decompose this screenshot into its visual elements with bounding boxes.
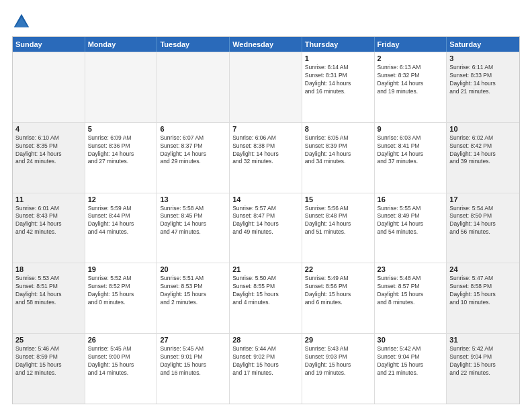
calendar-cell-day-25: 25Sunrise: 5:46 AM Sunset: 8:59 PM Dayli…	[13, 334, 85, 404]
day-info: Sunrise: 6:06 AM Sunset: 8:38 PM Dayligh…	[232, 134, 299, 167]
calendar-cell-day-13: 13Sunrise: 5:58 AM Sunset: 8:45 PM Dayli…	[157, 193, 230, 263]
day-info: Sunrise: 5:43 AM Sunset: 9:03 PM Dayligh…	[305, 345, 371, 377]
day-number: 25	[15, 336, 82, 344]
day-number: 27	[160, 336, 226, 344]
day-number: 7	[232, 125, 299, 133]
day-number: 30	[378, 336, 444, 344]
page: SundayMondayTuesdayWednesdayThursdayFrid…	[0, 0, 532, 411]
calendar-cell-day-18: 18Sunrise: 5:53 AM Sunset: 8:51 PM Dayli…	[13, 263, 85, 333]
calendar-cell-day-22: 22Sunrise: 5:49 AM Sunset: 8:56 PM Dayli…	[302, 263, 375, 333]
day-info: Sunrise: 5:48 AM Sunset: 8:57 PM Dayligh…	[378, 275, 444, 307]
day-number: 26	[88, 336, 154, 344]
day-number: 2	[378, 54, 444, 62]
calendar-header: SundayMondayTuesdayWednesdayThursdayFrid…	[13, 37, 519, 52]
calendar-cell-day-28: 28Sunrise: 5:44 AM Sunset: 9:02 PM Dayli…	[230, 334, 302, 404]
header-day-sunday: Sunday	[13, 37, 85, 52]
calendar-cell-day-19: 19Sunrise: 5:52 AM Sunset: 8:52 PM Dayli…	[85, 263, 158, 333]
calendar-cell-empty	[230, 52, 302, 122]
calendar-cell-day-16: 16Sunrise: 5:55 AM Sunset: 8:49 PM Dayli…	[375, 193, 447, 263]
calendar-cell-day-17: 17Sunrise: 5:54 AM Sunset: 8:50 PM Dayli…	[447, 193, 519, 263]
calendar-cell-day-8: 8Sunrise: 6:05 AM Sunset: 8:39 PM Daylig…	[302, 123, 375, 193]
calendar-cell-day-1: 1Sunrise: 6:14 AM Sunset: 8:31 PM Daylig…	[302, 52, 375, 122]
day-number: 8	[305, 125, 371, 133]
day-number: 11	[15, 195, 82, 203]
calendar-cell-day-27: 27Sunrise: 5:45 AM Sunset: 9:01 PM Dayli…	[157, 334, 230, 404]
header-day-friday: Friday	[375, 37, 447, 52]
logo-icon	[12, 12, 31, 31]
day-number: 29	[305, 336, 371, 344]
calendar-cell-day-26: 26Sunrise: 5:45 AM Sunset: 9:00 PM Dayli…	[85, 334, 158, 404]
header	[12, 12, 520, 31]
day-info: Sunrise: 6:11 AM Sunset: 8:33 PM Dayligh…	[449, 64, 517, 96]
calendar-cell-day-10: 10Sunrise: 6:02 AM Sunset: 8:42 PM Dayli…	[447, 123, 519, 193]
day-number: 19	[88, 265, 154, 273]
calendar-cell-day-5: 5Sunrise: 6:09 AM Sunset: 8:36 PM Daylig…	[85, 123, 158, 193]
calendar-cell-day-23: 23Sunrise: 5:48 AM Sunset: 8:57 PM Dayli…	[375, 263, 447, 333]
day-number: 31	[449, 336, 517, 344]
day-info: Sunrise: 6:09 AM Sunset: 8:36 PM Dayligh…	[88, 134, 154, 167]
day-info: Sunrise: 5:52 AM Sunset: 8:52 PM Dayligh…	[88, 275, 154, 307]
day-number: 4	[15, 125, 82, 133]
day-number: 3	[449, 54, 517, 62]
calendar-cell-day-9: 9Sunrise: 6:03 AM Sunset: 8:41 PM Daylig…	[375, 123, 447, 193]
calendar-cell-empty	[85, 52, 158, 122]
calendar-cell-day-12: 12Sunrise: 5:59 AM Sunset: 8:44 PM Dayli…	[85, 193, 158, 263]
day-info: Sunrise: 5:57 AM Sunset: 8:47 PM Dayligh…	[232, 205, 299, 237]
day-info: Sunrise: 6:14 AM Sunset: 8:31 PM Dayligh…	[305, 64, 371, 96]
day-info: Sunrise: 5:49 AM Sunset: 8:56 PM Dayligh…	[305, 275, 371, 307]
header-day-wednesday: Wednesday	[230, 37, 302, 52]
day-info: Sunrise: 5:47 AM Sunset: 8:58 PM Dayligh…	[449, 275, 517, 307]
day-info: Sunrise: 5:46 AM Sunset: 8:59 PM Dayligh…	[15, 345, 82, 377]
day-number: 20	[160, 265, 226, 273]
day-info: Sunrise: 5:54 AM Sunset: 8:50 PM Dayligh…	[449, 205, 517, 237]
day-info: Sunrise: 6:10 AM Sunset: 8:35 PM Dayligh…	[15, 134, 82, 167]
day-info: Sunrise: 6:07 AM Sunset: 8:37 PM Dayligh…	[160, 134, 226, 167]
calendar-cell-day-31: 31Sunrise: 5:42 AM Sunset: 9:04 PM Dayli…	[447, 334, 519, 404]
calendar-cell-day-14: 14Sunrise: 5:57 AM Sunset: 8:47 PM Dayli…	[230, 193, 302, 263]
calendar-row-0: 1Sunrise: 6:14 AM Sunset: 8:31 PM Daylig…	[13, 52, 519, 122]
calendar-cell-day-21: 21Sunrise: 5:50 AM Sunset: 8:55 PM Dayli…	[230, 263, 302, 333]
day-info: Sunrise: 5:45 AM Sunset: 9:00 PM Dayligh…	[88, 345, 154, 377]
logo	[12, 12, 34, 31]
day-number: 9	[378, 125, 444, 133]
calendar: SundayMondayTuesdayWednesdayThursdayFrid…	[12, 36, 520, 404]
day-info: Sunrise: 5:44 AM Sunset: 9:02 PM Dayligh…	[232, 345, 299, 377]
day-info: Sunrise: 6:05 AM Sunset: 8:39 PM Dayligh…	[305, 134, 371, 167]
calendar-cell-day-20: 20Sunrise: 5:51 AM Sunset: 8:53 PM Dayli…	[157, 263, 230, 333]
header-day-thursday: Thursday	[302, 37, 375, 52]
calendar-row-3: 18Sunrise: 5:53 AM Sunset: 8:51 PM Dayli…	[13, 263, 519, 333]
day-info: Sunrise: 5:50 AM Sunset: 8:55 PM Dayligh…	[232, 275, 299, 307]
day-info: Sunrise: 5:56 AM Sunset: 8:48 PM Dayligh…	[305, 205, 371, 237]
day-info: Sunrise: 6:01 AM Sunset: 8:43 PM Dayligh…	[15, 205, 82, 237]
day-info: Sunrise: 5:53 AM Sunset: 8:51 PM Dayligh…	[15, 275, 82, 307]
day-number: 17	[449, 195, 517, 203]
calendar-row-1: 4Sunrise: 6:10 AM Sunset: 8:35 PM Daylig…	[13, 122, 519, 193]
day-number: 15	[305, 195, 371, 203]
day-number: 10	[449, 125, 517, 133]
header-day-saturday: Saturday	[447, 37, 519, 52]
day-number: 24	[449, 265, 517, 273]
calendar-cell-day-24: 24Sunrise: 5:47 AM Sunset: 8:58 PM Dayli…	[447, 263, 519, 333]
calendar-body: 1Sunrise: 6:14 AM Sunset: 8:31 PM Daylig…	[13, 52, 519, 404]
day-info: Sunrise: 5:45 AM Sunset: 9:01 PM Dayligh…	[160, 345, 226, 377]
calendar-cell-day-6: 6Sunrise: 6:07 AM Sunset: 8:37 PM Daylig…	[157, 123, 230, 193]
day-number: 5	[88, 125, 154, 133]
day-info: Sunrise: 5:58 AM Sunset: 8:45 PM Dayligh…	[160, 205, 226, 237]
calendar-cell-empty	[13, 52, 85, 122]
day-info: Sunrise: 5:55 AM Sunset: 8:49 PM Dayligh…	[378, 205, 444, 237]
day-info: Sunrise: 6:02 AM Sunset: 8:42 PM Dayligh…	[449, 134, 517, 167]
day-info: Sunrise: 5:42 AM Sunset: 9:04 PM Dayligh…	[378, 345, 444, 377]
day-number: 18	[15, 265, 82, 273]
day-number: 16	[378, 195, 444, 203]
calendar-cell-day-4: 4Sunrise: 6:10 AM Sunset: 8:35 PM Daylig…	[13, 123, 85, 193]
calendar-cell-day-30: 30Sunrise: 5:42 AM Sunset: 9:04 PM Dayli…	[375, 334, 447, 404]
calendar-cell-day-15: 15Sunrise: 5:56 AM Sunset: 8:48 PM Dayli…	[302, 193, 375, 263]
calendar-cell-day-29: 29Sunrise: 5:43 AM Sunset: 9:03 PM Dayli…	[302, 334, 375, 404]
day-number: 13	[160, 195, 226, 203]
calendar-cell-day-7: 7Sunrise: 6:06 AM Sunset: 8:38 PM Daylig…	[230, 123, 302, 193]
calendar-cell-day-3: 3Sunrise: 6:11 AM Sunset: 8:33 PM Daylig…	[447, 52, 519, 122]
day-number: 1	[305, 54, 371, 62]
calendar-cell-day-11: 11Sunrise: 6:01 AM Sunset: 8:43 PM Dayli…	[13, 193, 85, 263]
day-number: 21	[232, 265, 299, 273]
header-day-tuesday: Tuesday	[157, 37, 230, 52]
